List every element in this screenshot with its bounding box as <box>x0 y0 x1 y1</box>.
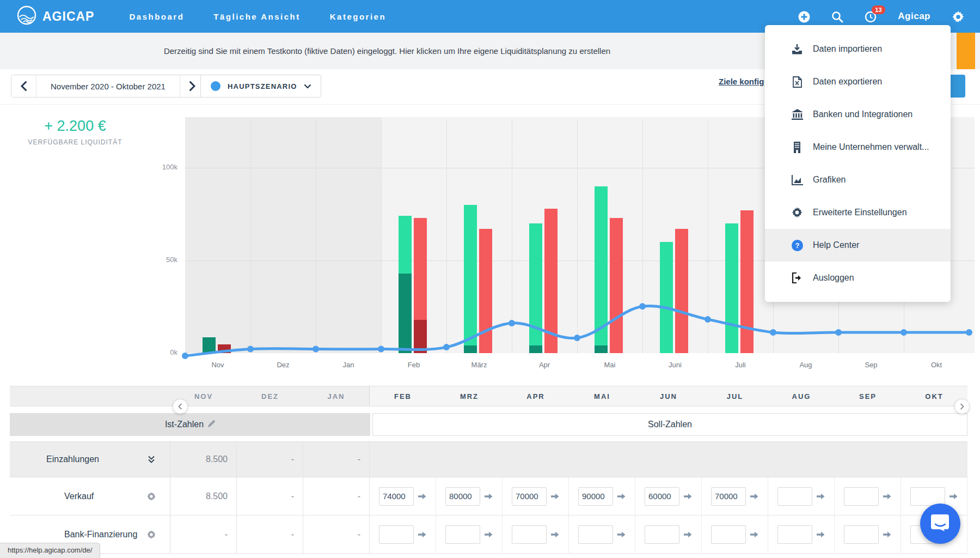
soll-zahlen-header[interactable]: Soll-Zahlen <box>372 413 967 436</box>
apply-value-arrow-icon[interactable] <box>750 530 758 539</box>
building-icon <box>791 141 803 153</box>
expand-rows-icon[interactable] <box>147 455 156 464</box>
month-header-mai: MAI <box>569 386 635 406</box>
soll-value-input[interactable] <box>445 525 480 544</box>
menu-item-unternehmen-verwalten[interactable]: Meine Unternehmen verwalt... <box>765 131 951 163</box>
scenario-selector[interactable]: HAUPTSZENARIO <box>200 75 321 98</box>
liquidity-line-point <box>901 329 907 336</box>
menu-item-help-center[interactable]: ? Help Center <box>765 229 951 262</box>
apply-value-arrow-icon[interactable] <box>750 492 758 501</box>
soll-input-cell <box>503 477 569 515</box>
soll-value-input[interactable] <box>910 487 945 506</box>
period-selector: November 2020 - Oktober 2021 <box>11 75 205 98</box>
soll-value-input[interactable] <box>777 525 812 544</box>
gear-icon <box>791 207 803 219</box>
soll-value-input[interactable] <box>645 525 679 544</box>
table-row-einzahlungen: Einzahlungen 8.500-- <box>10 441 967 477</box>
liquidity-summary: + 2.200 € VERFÜGBARE LIQUIDITÄT <box>21 118 130 146</box>
ist-zahlen-header[interactable]: Ist-Zahlen <box>10 413 370 436</box>
svg-text:?: ? <box>795 241 799 250</box>
search-icon[interactable] <box>831 11 843 22</box>
add-icon[interactable] <box>798 11 810 22</box>
soll-value-input[interactable] <box>578 487 613 506</box>
menu-item-daten-importieren[interactable]: Daten importieren <box>765 33 951 65</box>
menu-item-label: Daten exportieren <box>813 77 882 87</box>
apply-value-arrow-icon[interactable] <box>617 492 626 501</box>
nav-kategorien[interactable]: Kategorien <box>330 12 386 21</box>
apply-value-arrow-icon[interactable] <box>550 492 559 501</box>
soll-input-cell <box>835 515 901 553</box>
menu-item-grafiken[interactable]: Grafiken <box>765 163 951 196</box>
configure-goals-link[interactable]: Ziele konfig <box>719 77 764 86</box>
settings-gear-icon[interactable] <box>952 11 964 22</box>
ist-value-cell: 8.500 <box>170 442 237 477</box>
apply-value-arrow-icon[interactable] <box>816 492 825 501</box>
row-cells: 8.500-- <box>170 442 967 477</box>
apply-value-arrow-icon[interactable] <box>683 492 692 501</box>
month-header-dez: DEZ <box>237 386 303 406</box>
download-icon <box>791 43 803 55</box>
nav-taegliche-ansicht[interactable]: Tägliche Ansicht <box>213 12 300 21</box>
pencil-icon <box>208 420 215 429</box>
menu-item-banken-integrationen[interactable]: Banken und Integrationen <box>765 98 951 131</box>
soll-input-cell <box>370 477 436 515</box>
menu-item-ausloggen[interactable]: Ausloggen <box>765 262 951 294</box>
apply-value-arrow-icon[interactable] <box>484 530 493 539</box>
liquidity-line-point <box>966 329 972 336</box>
period-label[interactable]: November 2020 - Oktober 2021 <box>36 75 180 97</box>
apply-value-arrow-icon[interactable] <box>550 530 559 539</box>
table-scroll-left-button[interactable] <box>173 399 187 414</box>
menu-item-erweiterte-einstellungen[interactable]: Erweiterte Einstellungen <box>765 196 951 229</box>
soll-value-input[interactable] <box>445 487 480 506</box>
available-liquidity-caption: VERFÜGBARE LIQUIDITÄT <box>21 138 130 146</box>
table-scroll-right-button[interactable] <box>955 399 969 414</box>
soll-value-input[interactable] <box>777 487 812 506</box>
liquidity-line-point <box>574 335 580 341</box>
soll-value-input[interactable] <box>711 487 746 506</box>
apply-value-arrow-icon[interactable] <box>883 530 891 539</box>
soll-input-cell <box>635 477 702 515</box>
row-settings-gear-icon[interactable] <box>147 530 156 539</box>
soll-value-input[interactable] <box>844 525 879 544</box>
table-months-spacer <box>10 386 170 406</box>
banner-text: Derzeitig sind Sie mit einem Testkonto (… <box>164 46 610 56</box>
liquidity-line-point <box>313 346 319 353</box>
row-settings-gear-icon[interactable] <box>147 492 156 501</box>
nav-dashboard[interactable]: Dashboard <box>129 12 184 21</box>
notifications-clock-icon[interactable]: 13 <box>865 11 876 22</box>
apply-value-arrow-icon[interactable] <box>418 530 426 539</box>
account-menu[interactable]: Agicap <box>898 11 930 22</box>
soll-value-input[interactable] <box>512 487 547 506</box>
apply-value-arrow-icon[interactable] <box>949 492 958 501</box>
apply-value-arrow-icon[interactable] <box>617 530 626 539</box>
liquidity-line-point <box>378 346 384 353</box>
soll-value-input[interactable] <box>379 525 414 544</box>
month-header-jul: JUL <box>702 386 768 406</box>
agicap-logo-icon <box>16 5 37 28</box>
menu-item-daten-exportieren[interactable]: Daten exportieren <box>765 65 951 98</box>
chat-messenger-button[interactable] <box>920 504 960 544</box>
apply-value-arrow-icon[interactable] <box>418 492 426 501</box>
previous-period-button[interactable] <box>11 75 36 97</box>
soll-value-input[interactable] <box>645 487 679 506</box>
soll-value-input[interactable] <box>844 487 879 506</box>
apply-value-arrow-icon[interactable] <box>883 492 891 501</box>
row-label: Einzahlungen <box>46 454 99 464</box>
scenario-label: HAUPTSZENARIO <box>228 82 297 90</box>
soll-value-input[interactable] <box>512 525 547 544</box>
soll-value-input[interactable] <box>379 487 414 506</box>
month-header-apr: APR <box>503 386 569 406</box>
scenario-color-dot <box>211 81 220 91</box>
soll-input-cell <box>768 477 835 515</box>
soll-value-input[interactable] <box>578 525 613 544</box>
apply-value-arrow-icon[interactable] <box>816 530 825 539</box>
month-header-feb: FEB <box>370 386 436 406</box>
available-liquidity-amount: + 2.200 € <box>21 118 130 135</box>
banner-highlight-strip <box>957 33 975 69</box>
soll-value-input[interactable] <box>711 525 746 544</box>
agicap-logo[interactable]: AGICAP <box>16 5 94 28</box>
liquidity-line-point <box>705 316 711 323</box>
apply-value-arrow-icon[interactable] <box>484 492 493 501</box>
ist-value-cell: - <box>237 515 303 553</box>
apply-value-arrow-icon[interactable] <box>683 530 692 539</box>
